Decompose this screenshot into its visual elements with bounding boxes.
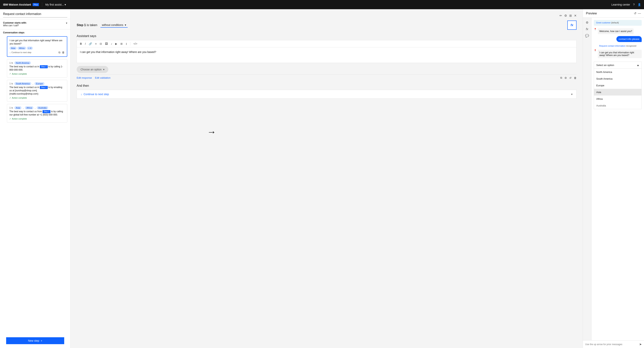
preview-sidebar: ⚙ fx 💬 Greet customer [default] 📍	[583, 18, 644, 340]
and-then-label: And then	[77, 84, 576, 88]
step-2-card[interactable]: 1 is North America The best way to conta…	[7, 59, 67, 78]
top-nav-left: IBM Watson Assistant Plus My first assis…	[3, 2, 66, 7]
welcome-msg: Welcome, how can I assist you?	[598, 28, 634, 34]
choose-option-btn[interactable]: Choose an option ▾	[77, 66, 108, 73]
check-icon: ✓	[10, 73, 11, 75]
preview-controls: ↺ —	[634, 12, 641, 15]
preview-footer: ➤	[583, 340, 644, 348]
response-actions: Edit response Edit validation ⧉ ⚙ ↺ 🗑	[77, 75, 576, 81]
step-3-text: The best way to contact us in Step 1 is …	[10, 86, 65, 96]
step-1-wrapper: 1 I can get you that information right a…	[2, 36, 69, 58]
help-icon[interactable]: ?	[633, 3, 634, 6]
user-bubble: contact info please	[616, 36, 642, 42]
preview-header: Preview ↺ —	[583, 9, 644, 18]
edit-validation-btn[interactable]: Edit validation	[95, 76, 110, 79]
iframe-btn[interactable]: ⊞	[120, 42, 124, 46]
audio-btn[interactable]: ♪	[110, 42, 113, 46]
select-dropdown-label: Select an option	[596, 64, 614, 67]
greet-customer-node: Greet customer [default]	[594, 20, 642, 26]
step-1-copy-btn[interactable]: ⧉	[58, 51, 60, 54]
image-btn[interactable]: 🖼	[104, 42, 108, 46]
step-2-action-complete: ✓ Action complete	[10, 73, 65, 75]
step-1-card[interactable]: I can get you that information right awa…	[7, 36, 67, 57]
fx-button[interactable]: fx	[567, 21, 576, 30]
arrow-down-icon: ↓	[10, 51, 11, 54]
action-title: Request contact information	[3, 12, 67, 16]
source-btn[interactable]: </>	[133, 42, 138, 46]
conversation-steps-label: Conversation steps	[0, 29, 70, 35]
settings-preview-icon[interactable]: ⚙	[585, 20, 589, 25]
recognized-label: Request contact information recognized	[594, 45, 642, 47]
tag-europe: Europe	[34, 82, 44, 85]
arrow-down-icon-2: ↓	[81, 93, 82, 96]
video-btn[interactable]: ▶	[114, 42, 118, 46]
comma-1: ,	[32, 83, 33, 85]
option-north-america[interactable]: North America	[594, 69, 642, 75]
tag-north-america: North America	[14, 61, 31, 65]
step-1-footer: ↓ Continue to next step ⧉ 🗑	[10, 51, 64, 54]
chat-preview-icon[interactable]: 💬	[584, 33, 590, 38]
fx-preview-icon[interactable]: fx	[585, 27, 589, 32]
delete-response-btn[interactable]: 🗑	[574, 76, 576, 79]
option-south-america[interactable]: South America	[594, 75, 642, 82]
top-nav: IBM Watson Assistant Plus My first assis…	[0, 0, 644, 9]
preview-panel: Preview ↺ — ⚙ fx 💬 Greet customer	[583, 9, 644, 348]
settings-response-btn[interactable]: ⚙	[564, 76, 567, 79]
step-1-ref-badge-2: Step 1	[40, 86, 48, 89]
choose-option-label: Choose an option	[80, 68, 102, 71]
option-africa[interactable]: Africa	[594, 96, 642, 102]
welcome-row: 📍 Welcome, how can I assist you?	[594, 28, 642, 34]
conditions-dropdown[interactable]: without conditions ▾	[100, 23, 128, 28]
step-4-card[interactable]: 1 is Asia , Africa , Australia The best …	[7, 104, 67, 123]
table-btn[interactable]: ⊟	[99, 42, 103, 46]
chevron-up-icon: ▲	[637, 64, 639, 67]
response-icons: ⧉ ⚙ ↺ 🗑	[560, 76, 576, 79]
italic-btn[interactable]: I	[84, 42, 86, 46]
select-dropdown-header[interactable]: Select an option ▲	[594, 62, 642, 69]
step-1-delete-btn[interactable]: 🗑	[62, 51, 64, 54]
minimize-preview-btn[interactable]: —	[638, 12, 641, 15]
new-step-button[interactable]: New step +	[6, 337, 64, 344]
location-icon-2: 📍	[594, 49, 597, 52]
project-selector[interactable]: My first assist... ▾	[45, 3, 66, 6]
comma-2: ,	[23, 107, 24, 109]
editor-content[interactable]: I can get you that information right awa…	[77, 47, 576, 63]
columns-btn[interactable]: ⫿	[125, 42, 128, 46]
step-3-card[interactable]: 1 is South America , Europe The best way…	[7, 80, 67, 102]
step-3-action-complete: ✓ Action complete	[10, 97, 65, 99]
option-europe[interactable]: Europe	[594, 82, 642, 89]
copy-response-btn[interactable]: ⧉	[560, 76, 562, 79]
table-icon-btn[interactable]: ⊞	[569, 14, 572, 18]
assistant-reply-msg: I can get you that information right awa…	[598, 50, 642, 58]
edit-response-btn[interactable]: Edit response	[77, 76, 92, 79]
option-australia[interactable]: Australia	[594, 102, 642, 109]
step-1-actions: ⧉ 🗑	[58, 51, 64, 54]
learning-center-link[interactable]: Learning center	[612, 3, 630, 6]
edit-icon-btn[interactable]: ✏	[560, 14, 562, 18]
list-btn[interactable]: ≡	[94, 42, 97, 46]
left-panel: Request contact information Customer sta…	[0, 9, 70, 348]
preview-input[interactable]	[585, 343, 638, 346]
tag-asia: Asia	[10, 47, 17, 50]
preview-send-btn[interactable]: ➤	[639, 342, 642, 346]
refresh-preview-btn[interactable]: ↺	[634, 12, 636, 15]
step-4-wrapper: 4 1 is Asia , Africa , Australia The bes…	[2, 103, 69, 123]
check-icon-3: ✓	[10, 118, 11, 120]
user-bubble-row: contact info please	[594, 36, 642, 42]
link-btn[interactable]: 🔗	[88, 42, 93, 46]
continue-step-label: Continue to next step	[84, 93, 109, 96]
close-icon-btn[interactable]: ✕	[574, 14, 576, 18]
continue-step-chevron: ▾	[571, 93, 572, 96]
continue-step-row[interactable]: ↓ Continue to next step ▾	[77, 90, 576, 99]
editor-container: B I 🔗 ≡ ⊟ 🖼 ♪ ▶ ⊞ ⫿ </> I can get you th…	[77, 40, 576, 63]
tag-africa: Africa	[18, 47, 26, 50]
loop-response-btn[interactable]: ↺	[569, 76, 572, 79]
customer-starts-label: Customer starts with:	[3, 22, 27, 24]
bold-btn[interactable]: B	[79, 42, 82, 46]
customer-starts-chevron[interactable]: ▾	[66, 22, 67, 25]
tag-south-america: South America	[14, 82, 31, 85]
step-4-condition: 1 is Asia , Africa , Australia	[10, 107, 65, 109]
user-icon[interactable]: 👤	[638, 3, 641, 6]
settings-icon-btn[interactable]: ⚙	[564, 14, 567, 18]
option-asia[interactable]: Asia	[594, 89, 642, 96]
